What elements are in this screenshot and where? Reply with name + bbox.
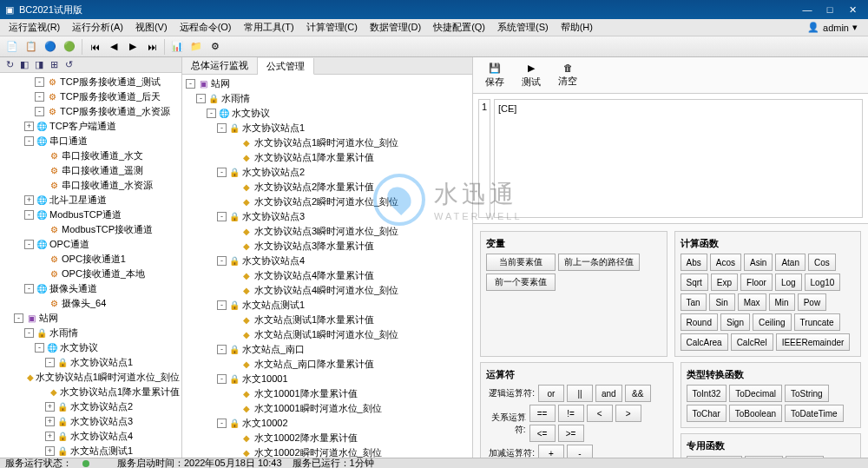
tree-node[interactable]: +🔒水文站点测试1 xyxy=(2,444,180,458)
tree-node[interactable]: -🌐摄像头通道 xyxy=(2,281,180,296)
tb-btn-7[interactable]: ▶ xyxy=(124,38,141,56)
expand-icon[interactable]: - xyxy=(217,123,227,133)
tree-node[interactable]: ◆水文10002降水量累计值 xyxy=(184,431,470,445)
tb-btn-10[interactable]: 📁 xyxy=(187,38,205,56)
formula-input[interactable]: [CE] xyxy=(494,99,863,218)
tree-node[interactable]: ⚙OPC接收通道_本地 xyxy=(2,267,180,281)
tree-node[interactable]: ⚙串口接收通道_水文 xyxy=(2,148,180,163)
tree-node[interactable]: -🔒水文协议站点3 xyxy=(184,209,470,224)
expand-icon[interactable]: - xyxy=(24,210,34,220)
expand-icon[interactable]: - xyxy=(24,284,34,293)
op-btn[interactable]: >= xyxy=(558,425,584,442)
expand-icon[interactable]: + xyxy=(45,432,55,441)
op-btn[interactable]: ToInt32 xyxy=(687,385,727,402)
expand-icon[interactable]: - xyxy=(35,343,44,353)
tree-node[interactable]: ◆水文协议站点1降水量累计值 xyxy=(184,150,470,165)
tree-node[interactable]: +🔒水文协议站点3 xyxy=(2,414,180,429)
op-btn[interactable]: Atan xyxy=(775,254,806,271)
tree-node[interactable]: ⚙串口接收通道_水资源 xyxy=(2,178,180,193)
expand-icon[interactable]: + xyxy=(24,122,34,131)
rp-btn-保存[interactable]: 💾保存 xyxy=(480,61,510,90)
minimize-button[interactable]: — xyxy=(797,3,818,16)
tb-btn-2[interactable]: 📋 xyxy=(23,38,40,56)
panel-btn-refresh[interactable]: ↻ xyxy=(3,59,16,71)
op-btn[interactable]: Cos xyxy=(808,254,836,271)
op-btn[interactable]: Exp xyxy=(711,274,738,291)
expand-icon[interactable]: - xyxy=(217,256,227,266)
tree-node[interactable]: ◆水文协议站点1降水量累计值 xyxy=(2,385,180,399)
tree-node[interactable]: -🔒水雨情 xyxy=(2,326,180,340)
tb-btn-11[interactable]: ⚙ xyxy=(207,38,224,56)
expand-icon[interactable]: - xyxy=(217,345,227,354)
expand-icon[interactable]: - xyxy=(24,136,34,146)
tree-node[interactable]: ◆水文站点测试1瞬时河道水位_刻位 xyxy=(184,327,470,342)
maximize-button[interactable]: □ xyxy=(819,3,840,16)
tab-1[interactable]: 公式管理 xyxy=(258,58,314,75)
close-button[interactable]: ✕ xyxy=(842,3,863,16)
op-btn[interactable]: Round xyxy=(681,313,718,331)
op-btn[interactable]: 直角三角堰 xyxy=(687,456,742,458)
tree-node[interactable]: ◆水文协议站点1瞬时河道水位_刻位 xyxy=(2,370,180,385)
expand-icon[interactable]: - xyxy=(45,358,55,367)
menu-5[interactable]: 计算管理(C) xyxy=(301,19,363,36)
tree-node[interactable]: ⚙ModbusTCP接收通道 xyxy=(2,222,180,237)
op-btn[interactable]: Log10 xyxy=(805,274,841,291)
tree-node[interactable]: ⚙摄像头_64 xyxy=(2,296,180,311)
tree-node[interactable]: ⚙串口接收通道_遥测 xyxy=(2,163,180,178)
op-btn[interactable]: != xyxy=(558,405,584,422)
op-btn[interactable]: + xyxy=(538,445,564,458)
op-btn[interactable]: - xyxy=(567,445,593,458)
expand-icon[interactable]: - xyxy=(35,107,44,116)
rp-btn-清空[interactable]: 🗑清空 xyxy=(553,61,582,89)
tree-node[interactable]: -🔒水文协议站点4 xyxy=(184,254,470,268)
tree-node[interactable]: ◆水文协议站点3瞬时河道水位_刻位 xyxy=(184,224,470,239)
tree-node[interactable]: -🔒水文10001 xyxy=(184,372,470,386)
op-btn[interactable]: Truncate xyxy=(794,313,840,331)
panel-btn-5[interactable]: ↺ xyxy=(62,59,75,71)
panel-btn-4[interactable]: ⊞ xyxy=(48,59,60,71)
tree-node[interactable]: -🔒水文站点_南口 xyxy=(184,342,470,357)
tree-node[interactable]: ◆水文站点测试1降水量累计值 xyxy=(184,313,470,327)
expand-icon[interactable]: - xyxy=(35,77,44,87)
op-btn[interactable]: 当前要素值 xyxy=(486,254,556,271)
tree-node[interactable]: -🌐水文协议 xyxy=(184,106,470,121)
tree-node[interactable]: +🔒水文协议站点2 xyxy=(2,399,180,414)
tb-btn-4[interactable]: 🟢 xyxy=(61,38,78,56)
expand-icon[interactable]: - xyxy=(35,92,44,102)
op-btn[interactable]: == xyxy=(529,405,556,422)
menu-4[interactable]: 常用工具(T) xyxy=(239,19,299,36)
tree-node[interactable]: -🔒水文协议站点1 xyxy=(2,355,180,370)
expand-icon[interactable]: - xyxy=(217,300,227,310)
expand-icon[interactable]: + xyxy=(45,417,55,426)
op-btn[interactable]: || xyxy=(567,385,593,402)
op-btn[interactable]: Floor xyxy=(740,274,773,291)
op-btn[interactable]: Sqrt xyxy=(681,274,708,291)
tree-node[interactable]: -🔒水文协议站点1 xyxy=(184,121,470,135)
tree-node[interactable]: -⚙TCP服务接收通道_后天 xyxy=(2,89,180,104)
menu-2[interactable]: 视图(V) xyxy=(130,19,173,36)
tree-node[interactable]: -▣站网 xyxy=(184,76,470,91)
expand-icon[interactable]: - xyxy=(24,240,34,249)
tb-btn-3[interactable]: 🔵 xyxy=(42,38,59,56)
tree-node[interactable]: ◆水文协议站点2瞬时河道水位_刻位 xyxy=(184,194,470,209)
tree-node[interactable]: ◆水文协议站点4瞬时河道水位_刻位 xyxy=(184,283,470,298)
menu-8[interactable]: 系统管理(S) xyxy=(492,19,554,36)
op-btn[interactable]: <= xyxy=(529,425,556,442)
expand-icon[interactable]: - xyxy=(217,212,227,221)
tb-btn-5[interactable]: ⏮ xyxy=(86,38,103,56)
op-btn[interactable]: < xyxy=(587,405,613,422)
expand-icon[interactable]: - xyxy=(217,168,227,177)
op-btn[interactable]: ToChar xyxy=(687,405,727,422)
tree-node[interactable]: -🔒水文站点测试1 xyxy=(184,298,470,313)
expand-icon[interactable]: - xyxy=(24,328,34,338)
panel-btn-2[interactable]: ◧ xyxy=(18,59,30,71)
op-btn[interactable]: ToString xyxy=(785,385,829,402)
tree-node[interactable]: -🌐ModbusTCP通道 xyxy=(2,208,180,222)
expand-icon[interactable]: + xyxy=(45,446,55,456)
op-btn[interactable]: Abs xyxy=(681,254,707,271)
op-btn[interactable]: Max xyxy=(738,293,766,311)
op-btn[interactable]: Ceiling xyxy=(753,313,792,331)
expand-icon[interactable]: + xyxy=(45,402,55,412)
op-btn[interactable]: ToBoolean xyxy=(729,405,782,422)
tb-btn-6[interactable]: ◀ xyxy=(105,38,122,56)
